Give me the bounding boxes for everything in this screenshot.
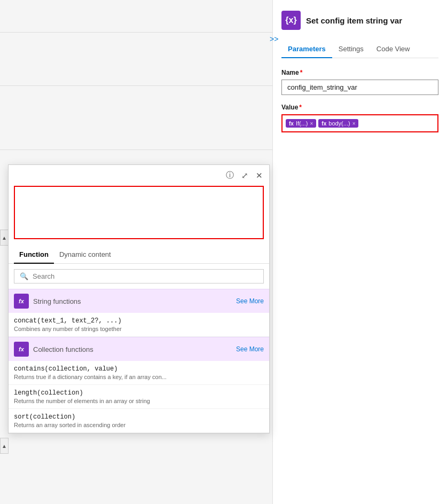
name-required-indicator: * [300, 69, 303, 76]
value-required-indicator: * [299, 104, 302, 111]
name-field-label: Name * [281, 69, 438, 76]
popup-tabs: Function Dynamic content [9, 246, 269, 264]
search-input[interactable] [33, 272, 258, 280]
right-panel-tabs: Parameters Settings Code View [281, 41, 438, 58]
collection-functions-icon: fx [14, 342, 29, 357]
token-if-icon: fx [289, 121, 294, 127]
token-body[interactable]: fx body(...) × [318, 119, 358, 128]
token-if-label: If(...) [296, 120, 308, 127]
expand-button[interactable]: ⤢ [240, 170, 249, 182]
info-button[interactable]: ⓘ [225, 169, 235, 182]
tab-function[interactable]: Function [14, 246, 54, 264]
bg-line-2 [0, 85, 272, 86]
function-item-length[interactable]: length(collection) Returns the number of… [9, 385, 269, 409]
name-input[interactable] [281, 80, 438, 95]
tab-parameters[interactable]: Parameters [281, 41, 332, 58]
function-item-concat[interactable]: concat(text_1, text_2?, ...) Combines an… [9, 313, 269, 337]
popup-content-scrollable[interactable]: fx String functions See More concat(text… [9, 289, 269, 433]
close-button[interactable]: ✕ [255, 170, 264, 182]
right-panel: {x} Set config item string var Parameter… [272, 0, 447, 504]
function-item-sort[interactable]: sort(collection) Returns an array sorted… [9, 409, 269, 433]
name-field-group: Name * [281, 69, 438, 95]
tab-settings[interactable]: Settings [332, 41, 370, 58]
token-if[interactable]: fx If(...) × [286, 119, 316, 128]
string-functions-title: String functions [33, 297, 232, 305]
function-name-concat: concat(text_1, text_2?, ...) [14, 317, 264, 325]
function-desc-sort: Returns an array sorted in ascending ord… [14, 422, 264, 428]
value-field-label: Value * [281, 104, 438, 111]
function-desc-contains: Returns true if a dictionary contains a … [14, 374, 264, 380]
value-field-group: Value * fx If(...) × fx body(...) × [281, 104, 438, 132]
string-functions-icon: fx [14, 294, 29, 309]
expression-textarea[interactable] [14, 186, 264, 239]
function-desc-length: Returns the number of elements in an arr… [14, 398, 264, 404]
expression-popup: ⓘ ⤢ ✕ Function Dynamic content 🔍 fx Stri… [8, 164, 270, 434]
bg-line-1 [0, 32, 272, 33]
string-functions-header: fx String functions See More [9, 289, 269, 313]
function-item-contains[interactable]: contains(collection, value) Returns true… [9, 361, 269, 385]
token-if-close[interactable]: × [310, 121, 313, 127]
token-body-close[interactable]: × [352, 121, 356, 127]
tab-code-view[interactable]: Code View [370, 41, 417, 58]
string-functions-see-more[interactable]: See More [236, 297, 264, 305]
search-icon: 🔍 [20, 272, 28, 280]
token-body-icon: fx [321, 121, 326, 127]
collapse-button-2[interactable]: ▲ [0, 438, 9, 454]
search-bar: 🔍 [14, 269, 264, 284]
function-name-contains: contains(collection, value) [14, 365, 264, 373]
collection-functions-header: fx Collection functions See More [9, 337, 269, 361]
action-icon: {x} [281, 11, 301, 30]
function-name-length: length(collection) [14, 389, 264, 397]
popup-toolbar: ⓘ ⤢ ✕ [9, 165, 269, 184]
panel-expand-arrows[interactable]: >> [270, 35, 278, 43]
bg-line-3 [0, 149, 272, 150]
expression-textarea-wrapper [9, 184, 269, 246]
collection-functions-see-more[interactable]: See More [236, 345, 264, 353]
right-panel-header: {x} Set config item string var [281, 11, 438, 30]
function-desc-concat: Combines any number of strings together [14, 326, 264, 332]
action-title: Set config item string var [306, 16, 402, 25]
function-name-sort: sort(collection) [14, 413, 264, 421]
token-body-label: body(...) [328, 120, 350, 127]
collapse-button-1[interactable]: ▲ [0, 230, 9, 246]
collection-functions-title: Collection functions [33, 345, 232, 353]
tab-dynamic-content[interactable]: Dynamic content [54, 246, 116, 264]
value-token-field[interactable]: fx If(...) × fx body(...) × [281, 114, 438, 132]
